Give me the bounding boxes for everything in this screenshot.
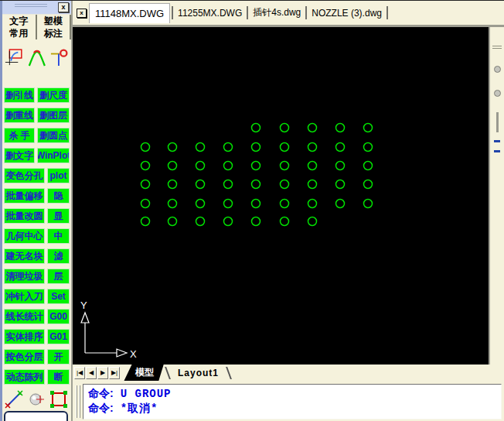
palette-button-删图层[interactable]: 删图层 <box>37 108 70 123</box>
drawing-circle[interactable] <box>169 200 177 208</box>
drawing-circle[interactable] <box>169 143 177 152</box>
drawing-circle[interactable] <box>141 180 150 189</box>
right-toolbar-button-icon[interactable] <box>494 150 500 152</box>
doc-tab-1[interactable]: 11148MX.DWG <box>89 3 170 23</box>
palette-button-开[interactable]: 开 <box>47 349 70 365</box>
drawing-circle[interactable] <box>196 200 205 208</box>
drawing-circle[interactable] <box>252 124 261 132</box>
drawing-circle[interactable] <box>364 180 373 189</box>
palette-button-中[interactable]: 中 <box>47 228 70 244</box>
palette-titlebar[interactable]: x <box>2 1 71 15</box>
palette-input-box[interactable] <box>4 411 68 421</box>
palette-button-G00[interactable]: G00 <box>47 309 70 324</box>
doc-tab-3[interactable]: 插针4s.dwg <box>250 3 304 22</box>
palette-close-button[interactable]: x <box>58 2 69 12</box>
drawing-circle[interactable] <box>308 162 317 170</box>
drawing-circle[interactable] <box>308 217 317 226</box>
drawing-circle[interactable] <box>224 217 233 226</box>
drawing-canvas[interactable]: Y X <box>73 27 489 365</box>
palette-button-断[interactable]: 断 <box>47 369 70 385</box>
drawing-circle[interactable] <box>308 180 317 189</box>
drawing-circle[interactable] <box>196 217 205 226</box>
palette-button-删引线[interactable]: 删引线 <box>4 87 35 103</box>
command-window-gripper[interactable] <box>76 385 82 418</box>
drawing-circle[interactable] <box>308 143 317 152</box>
palette-button-批量改圆[interactable]: 批量改圆 <box>4 208 45 224</box>
document-close-icon[interactable]: x <box>77 9 87 18</box>
drawing-circle[interactable] <box>169 162 177 170</box>
palette-button-删尺度[interactable]: 删尺度 <box>37 87 70 103</box>
layout-nav-button-2[interactable]: ◀ <box>86 367 97 379</box>
drawing-circle[interactable] <box>169 217 177 226</box>
drawing-circle[interactable] <box>281 180 289 189</box>
leader-curve-icon[interactable] <box>5 48 23 68</box>
drawing-circle[interactable] <box>336 143 345 152</box>
drawing-circle[interactable] <box>336 162 345 170</box>
right-toolbar-button-icon[interactable] <box>494 66 501 73</box>
palette-button-滤[interactable]: 滤 <box>47 248 70 264</box>
right-toolbar-button-icon[interactable] <box>496 112 499 132</box>
palette-button-变色分孔[interactable]: 变色分孔 <box>4 168 45 183</box>
drawing-circle[interactable] <box>364 143 373 152</box>
drawing-circle[interactable] <box>224 162 233 170</box>
drawing-circle[interactable] <box>196 180 205 189</box>
palette-button-批量偏移[interactable]: 批量偏移 <box>4 188 45 204</box>
pin-icon[interactable] <box>50 48 69 68</box>
palette-button-plot[interactable]: plot <box>47 168 70 183</box>
palette-button-几何中心[interactable]: 几何中心 <box>4 228 45 244</box>
palette-button-删圆点[interactable]: 删圆点 <box>37 128 70 143</box>
drawing-circle[interactable] <box>364 162 373 170</box>
drawing-circle[interactable] <box>252 143 261 152</box>
palette-button-Set[interactable]: Set <box>47 289 70 304</box>
palette-tab-mold[interactable]: 塑模 <box>37 15 72 27</box>
drawing-circle[interactable] <box>336 200 345 208</box>
right-toolbar-button-icon[interactable] <box>494 90 501 97</box>
palette-button-层[interactable]: 层 <box>47 269 70 284</box>
doc-tab-2[interactable]: 11255MX.DWG <box>175 5 245 22</box>
drawing-circle[interactable] <box>252 162 261 170</box>
drawing-circle[interactable] <box>141 217 150 226</box>
drawing-circle[interactable] <box>281 143 289 152</box>
palette-tab-text[interactable]: 文字 <box>2 15 37 27</box>
drawing-circle[interactable] <box>336 180 345 189</box>
command-history[interactable]: 命令:U GROUP 命令:*取消* <box>83 384 502 419</box>
drawing-circle[interactable] <box>252 200 261 208</box>
tab-layout1[interactable]: Layout1 <box>172 365 225 381</box>
palette-button-按色分层[interactable]: 按色分层 <box>4 349 45 365</box>
drawing-circle[interactable] <box>252 217 261 226</box>
drawing-circle[interactable] <box>281 124 289 132</box>
drawing-circle[interactable] <box>196 143 205 152</box>
tab-model[interactable]: 模型 <box>124 364 164 382</box>
right-toolbar-gripper[interactable] <box>492 46 502 49</box>
layout-nav-button-3[interactable]: ▶ <box>97 367 108 379</box>
drawing-circle[interactable] <box>281 200 289 208</box>
drawing-circle[interactable] <box>308 200 317 208</box>
palette-button-清理垃圾[interactable]: 清理垃圾 <box>4 269 45 284</box>
right-toolbar-button-icon[interactable] <box>494 140 500 142</box>
palette-button-G01[interactable]: G01 <box>47 329 70 344</box>
arch-icon[interactable] <box>28 48 46 68</box>
palette-button-显[interactable]: 显 <box>47 208 70 224</box>
palette-button-删重线[interactable]: 删重线 <box>4 108 35 123</box>
palette-button-动态陈列[interactable]: 动态陈列 <box>4 369 45 385</box>
palette-button-冲针入刀[interactable]: 冲针入刀 <box>4 289 45 304</box>
drawing-circle[interactable] <box>252 180 261 189</box>
drawing-circle[interactable] <box>364 124 373 132</box>
palette-button-实体排序[interactable]: 实体排序 <box>4 329 45 344</box>
drawing-circle[interactable] <box>281 217 289 226</box>
drawing-circle[interactable] <box>196 162 205 170</box>
palette-tab-dimension[interactable]: 标注 <box>37 27 72 39</box>
drawing-circle[interactable] <box>308 124 317 132</box>
palette-button-建无名块[interactable]: 建无名块 <box>4 248 45 264</box>
drawing-circle[interactable] <box>141 200 150 208</box>
palette-button-删文字[interactable]: 删文字 <box>4 148 35 163</box>
layout-nav-button-4[interactable]: ▶| <box>109 367 120 379</box>
measure-line-icon[interactable] <box>5 390 23 409</box>
drawing-circle[interactable] <box>281 162 289 170</box>
drawing-circle[interactable] <box>224 200 233 208</box>
palette-button-WinPlot[interactable]: WinPlot <box>37 148 70 163</box>
sphere-icon[interactable] <box>27 390 46 409</box>
palette-drag-gripper[interactable] <box>15 4 47 9</box>
drawing-circle[interactable] <box>169 180 177 189</box>
palette-button-隐[interactable]: 隐 <box>47 188 70 204</box>
